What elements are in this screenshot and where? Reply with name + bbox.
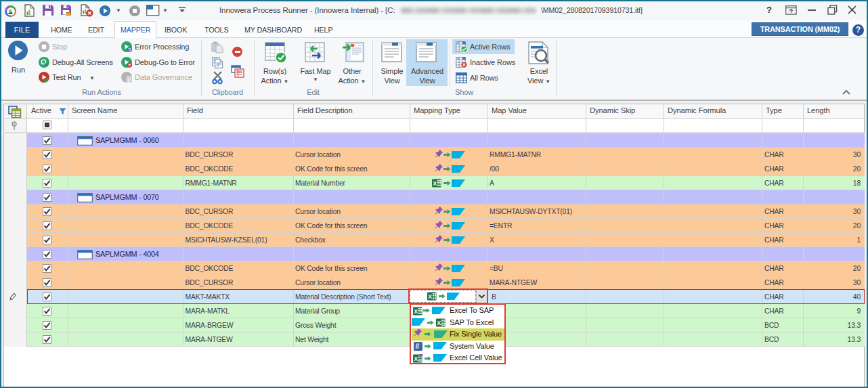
svg-text:X: X xyxy=(437,320,441,326)
svg-text:X: X xyxy=(428,293,432,300)
svg-text:X: X xyxy=(414,355,418,362)
svg-text:X: X xyxy=(433,180,437,187)
svg-text:#: # xyxy=(416,343,420,351)
svg-text:X: X xyxy=(414,307,418,314)
